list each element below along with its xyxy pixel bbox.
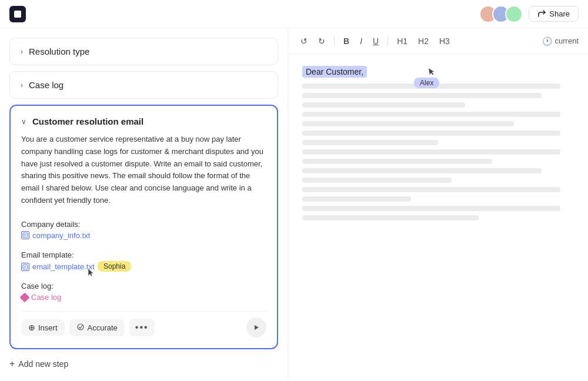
content-line	[302, 178, 452, 183]
footer-left: ⊕ Insert Accurate •••	[21, 319, 155, 336]
redo-icon: ↻	[318, 36, 325, 46]
company-details-label: Company details:	[21, 220, 266, 229]
app-logo	[9, 6, 26, 22]
case-log-link[interactable]: Case log	[21, 293, 266, 302]
content-line	[302, 215, 479, 220]
file-icon	[21, 263, 29, 271]
chevron-right-icon: ›	[21, 48, 23, 56]
content-line	[302, 93, 542, 98]
content-line	[302, 149, 560, 155]
email-template-section: Email template: email_template.txt	[21, 246, 266, 273]
h3-button[interactable]: H3	[436, 35, 453, 48]
company-details-section: Company details: company_info.txt	[21, 215, 266, 241]
accurate-button[interactable]: Accurate	[69, 319, 125, 336]
editor-area[interactable]: Dear Customer, Alex	[288, 54, 588, 381]
case-log-item[interactable]: › Case log	[9, 71, 278, 99]
sophia-tooltip: Sophia	[98, 261, 131, 272]
card-body-text: You are a customer service representativ…	[21, 133, 266, 207]
header-right: Share	[479, 5, 579, 23]
diamond-icon	[20, 292, 30, 302]
current-badge[interactable]: 🕐 current	[542, 36, 579, 46]
content-lines	[302, 83, 574, 220]
content-line	[302, 140, 438, 145]
dear-customer-text: Dear Customer,	[302, 66, 367, 78]
clock-icon: 🕐	[542, 36, 552, 46]
email-template-label: Email template:	[21, 250, 266, 259]
svg-point-2	[78, 324, 83, 330]
main-layout: › Resolution type › Case log ∨ Customer …	[0, 28, 588, 381]
dear-customer-row: Dear Customer, Alex	[302, 66, 574, 78]
case-log-section: Case log: Case log	[21, 277, 266, 302]
play-icon	[252, 323, 260, 332]
file-icon	[21, 231, 29, 239]
play-button[interactable]	[246, 317, 266, 337]
plus-icon: +	[9, 359, 15, 369]
avatar-group	[479, 5, 523, 23]
content-line	[302, 196, 411, 202]
toolbar-separator-2	[387, 36, 388, 46]
content-line	[302, 159, 492, 164]
h1-button[interactable]: H1	[394, 35, 410, 48]
share-icon	[537, 10, 546, 18]
content-line	[302, 121, 514, 126]
insert-button[interactable]: ⊕ Insert	[21, 319, 65, 336]
header: Share	[0, 0, 588, 28]
toolbar-left: ↺ ↻ B I U H1 H	[298, 35, 453, 48]
svg-rect-0	[23, 233, 28, 238]
card-header[interactable]: ∨ Customer resolution email	[21, 116, 266, 126]
content-line	[302, 168, 542, 173]
customer-resolution-card: ∨ Customer resolution email You are a cu…	[9, 105, 278, 349]
svg-rect-1	[23, 265, 28, 269]
content-line	[302, 112, 560, 117]
undo-icon: ↺	[300, 36, 308, 46]
chevron-right-icon: ›	[21, 81, 23, 89]
editor-toolbar: ↺ ↻ B I U H1 H	[288, 28, 588, 54]
add-new-step[interactable]: + Add new step	[9, 355, 278, 373]
chevron-down-icon: ∨	[21, 118, 26, 126]
case-log-label: Case log	[29, 80, 64, 90]
redo-button[interactable]: ↻	[315, 35, 328, 48]
content-line	[302, 206, 560, 211]
card-title: Customer resolution email	[32, 116, 143, 126]
alex-tooltip: Alex	[414, 78, 439, 88]
italic-button[interactable]: I	[357, 35, 365, 48]
bold-button[interactable]: B	[340, 35, 352, 48]
case-log-section-label: Case log:	[21, 282, 266, 290]
sophia-cursor	[87, 268, 94, 280]
underline-button[interactable]: U	[370, 35, 382, 48]
left-panel: › Resolution type › Case log ∨ Customer …	[0, 28, 288, 381]
toolbar-separator-1	[334, 36, 335, 46]
accurate-icon	[76, 323, 85, 333]
email-file-link[interactable]: email_template.txt	[21, 262, 95, 271]
more-options-button[interactable]: •••	[129, 319, 155, 336]
h2-button[interactable]: H2	[415, 35, 432, 48]
sophia-cursor-wrapper: email_template.txt Sophia	[21, 262, 95, 272]
undo-button[interactable]: ↺	[298, 35, 310, 48]
content-line	[302, 187, 560, 192]
content-line	[302, 102, 465, 108]
content-line	[302, 131, 560, 136]
resolution-type-item[interactable]: › Resolution type	[9, 38, 278, 65]
card-footer: ⊕ Insert Accurate •••	[21, 311, 266, 337]
company-file-link[interactable]: company_info.txt	[21, 231, 266, 240]
share-button[interactable]: Share	[529, 6, 579, 22]
insert-icon: ⊕	[28, 323, 35, 332]
avatar-3	[505, 5, 523, 23]
right-panel: ↺ ↻ B I U H1 H	[288, 28, 588, 381]
add-step-label: Add new step	[18, 359, 68, 369]
resolution-type-label: Resolution type	[29, 46, 89, 56]
alex-cursor	[427, 66, 436, 79]
